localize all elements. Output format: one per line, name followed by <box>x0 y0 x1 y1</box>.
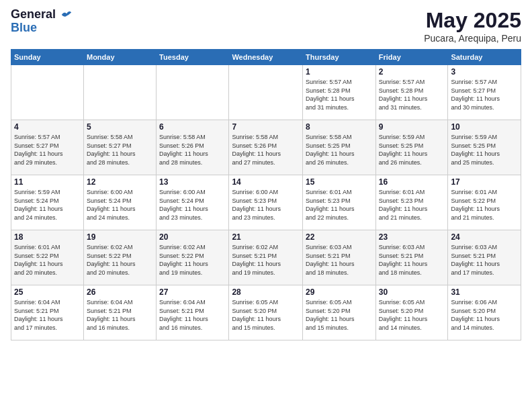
day-cell-2: 2Sunrise: 5:57 AM Sunset: 5:28 PM Daylig… <box>375 65 448 120</box>
day-cell-13: 13Sunrise: 6:00 AM Sunset: 5:24 PM Dayli… <box>157 175 229 230</box>
logo-line2: Blue <box>11 21 73 35</box>
day-info: Sunrise: 6:02 AM Sunset: 5:22 PM Dayligh… <box>87 243 153 277</box>
day-number: 22 <box>306 232 373 242</box>
day-cell-10: 10Sunrise: 5:59 AM Sunset: 5:25 PM Dayli… <box>448 120 521 175</box>
day-info: Sunrise: 5:58 AM Sunset: 5:25 PM Dayligh… <box>306 133 373 167</box>
day-cell-5: 5Sunrise: 5:58 AM Sunset: 5:27 PM Daylig… <box>83 120 156 175</box>
weekday-saturday: Saturday <box>448 50 521 65</box>
day-number: 23 <box>379 232 445 242</box>
day-info: Sunrise: 6:02 AM Sunset: 5:21 PM Dayligh… <box>232 243 300 277</box>
day-number: 3 <box>451 67 518 77</box>
day-info: Sunrise: 6:05 AM Sunset: 5:20 PM Dayligh… <box>232 298 300 332</box>
day-info: Sunrise: 5:57 AM Sunset: 5:28 PM Dayligh… <box>379 78 445 111</box>
day-number: 28 <box>232 287 300 297</box>
week-row-2: 4Sunrise: 5:57 AM Sunset: 5:27 PM Daylig… <box>11 120 521 175</box>
day-cell-19: 19Sunrise: 6:02 AM Sunset: 5:22 PM Dayli… <box>83 230 156 285</box>
title-block: May 2025 Pucara, Arequipa, Peru <box>424 8 521 44</box>
day-info: Sunrise: 6:03 AM Sunset: 5:21 PM Dayligh… <box>306 243 373 277</box>
day-cell-14: 14Sunrise: 6:00 AM Sunset: 5:23 PM Dayli… <box>229 175 303 230</box>
day-info: Sunrise: 6:01 AM Sunset: 5:23 PM Dayligh… <box>379 188 445 222</box>
day-number: 5 <box>87 122 153 132</box>
day-number: 17 <box>451 177 518 187</box>
weekday-wednesday: Wednesday <box>229 50 303 65</box>
day-number: 18 <box>14 232 81 242</box>
day-cell-11: 11Sunrise: 5:59 AM Sunset: 5:24 PM Dayli… <box>11 175 84 230</box>
day-info: Sunrise: 5:57 AM Sunset: 5:27 PM Dayligh… <box>451 78 518 111</box>
day-info: Sunrise: 6:03 AM Sunset: 5:21 PM Dayligh… <box>451 243 518 277</box>
weekday-thursday: Thursday <box>303 50 376 65</box>
weekday-header-row: SundayMondayTuesdayWednesdayThursdayFrid… <box>11 50 521 65</box>
day-number: 24 <box>451 232 518 242</box>
day-cell-7: 7Sunrise: 5:58 AM Sunset: 5:26 PM Daylig… <box>229 120 303 175</box>
day-info: Sunrise: 6:01 AM Sunset: 5:22 PM Dayligh… <box>451 188 518 222</box>
day-number: 31 <box>451 287 518 297</box>
day-info: Sunrise: 5:58 AM Sunset: 5:26 PM Dayligh… <box>232 133 300 167</box>
weekday-monday: Monday <box>83 50 156 65</box>
day-cell-17: 17Sunrise: 6:01 AM Sunset: 5:22 PM Dayli… <box>448 175 521 230</box>
day-info: Sunrise: 5:59 AM Sunset: 5:25 PM Dayligh… <box>379 133 445 167</box>
day-number: 25 <box>14 287 81 297</box>
day-cell-31: 31Sunrise: 6:06 AM Sunset: 5:20 PM Dayli… <box>448 285 521 340</box>
day-cell-4: 4Sunrise: 5:57 AM Sunset: 5:27 PM Daylig… <box>11 120 84 175</box>
day-cell-15: 15Sunrise: 6:01 AM Sunset: 5:23 PM Dayli… <box>303 175 376 230</box>
day-info: Sunrise: 6:01 AM Sunset: 5:22 PM Dayligh… <box>14 243 81 277</box>
day-cell-9: 9Sunrise: 5:59 AM Sunset: 5:25 PM Daylig… <box>375 120 448 175</box>
day-info: Sunrise: 6:00 AM Sunset: 5:23 PM Dayligh… <box>232 188 300 222</box>
logo: General Blue <box>11 8 73 35</box>
day-number: 1 <box>306 67 373 77</box>
weekday-friday: Friday <box>375 50 448 65</box>
calendar-header: SundayMondayTuesdayWednesdayThursdayFrid… <box>11 50 521 65</box>
day-number: 2 <box>379 67 445 77</box>
day-number: 16 <box>379 177 445 187</box>
day-number: 10 <box>451 122 518 132</box>
day-number: 4 <box>14 122 81 132</box>
day-info: Sunrise: 6:01 AM Sunset: 5:23 PM Dayligh… <box>306 188 373 222</box>
day-number: 20 <box>159 232 226 242</box>
day-info: Sunrise: 6:00 AM Sunset: 5:24 PM Dayligh… <box>87 188 153 222</box>
day-cell-26: 26Sunrise: 6:04 AM Sunset: 5:21 PM Dayli… <box>83 285 156 340</box>
day-number: 14 <box>232 177 300 187</box>
day-cell-25: 25Sunrise: 6:04 AM Sunset: 5:21 PM Dayli… <box>11 285 84 340</box>
week-row-4: 18Sunrise: 6:01 AM Sunset: 5:22 PM Dayli… <box>11 230 521 285</box>
day-info: Sunrise: 5:58 AM Sunset: 5:27 PM Dayligh… <box>87 133 153 167</box>
day-info: Sunrise: 6:04 AM Sunset: 5:21 PM Dayligh… <box>159 298 226 332</box>
day-number: 6 <box>159 122 226 132</box>
logo-bird-icon <box>60 9 73 21</box>
day-info: Sunrise: 6:05 AM Sunset: 5:20 PM Dayligh… <box>306 298 373 332</box>
day-info: Sunrise: 5:57 AM Sunset: 5:27 PM Dayligh… <box>14 133 81 167</box>
day-number: 29 <box>306 287 373 297</box>
day-info: Sunrise: 5:59 AM Sunset: 5:25 PM Dayligh… <box>451 133 518 167</box>
day-info: Sunrise: 6:04 AM Sunset: 5:21 PM Dayligh… <box>14 298 81 332</box>
empty-cell <box>229 65 303 120</box>
day-cell-16: 16Sunrise: 6:01 AM Sunset: 5:23 PM Dayli… <box>375 175 448 230</box>
day-info: Sunrise: 6:05 AM Sunset: 5:20 PM Dayligh… <box>379 298 445 332</box>
day-number: 30 <box>379 287 445 297</box>
day-number: 26 <box>87 287 153 297</box>
day-number: 9 <box>379 122 445 132</box>
day-number: 15 <box>306 177 373 187</box>
empty-cell <box>11 65 84 120</box>
day-number: 8 <box>306 122 373 132</box>
day-cell-1: 1Sunrise: 5:57 AM Sunset: 5:28 PM Daylig… <box>303 65 376 120</box>
day-info: Sunrise: 5:58 AM Sunset: 5:26 PM Dayligh… <box>159 133 226 167</box>
week-row-5: 25Sunrise: 6:04 AM Sunset: 5:21 PM Dayli… <box>11 285 521 340</box>
calendar-title: May 2025 <box>424 8 521 33</box>
day-cell-8: 8Sunrise: 5:58 AM Sunset: 5:25 PM Daylig… <box>303 120 376 175</box>
weekday-tuesday: Tuesday <box>157 50 229 65</box>
calendar-table: SundayMondayTuesdayWednesdayThursdayFrid… <box>11 49 521 340</box>
day-number: 11 <box>14 177 81 187</box>
day-number: 7 <box>232 122 300 132</box>
day-cell-27: 27Sunrise: 6:04 AM Sunset: 5:21 PM Dayli… <box>157 285 229 340</box>
header: General Blue May 2025 Pucara, Arequipa, … <box>11 8 521 44</box>
day-cell-29: 29Sunrise: 6:05 AM Sunset: 5:20 PM Dayli… <box>303 285 376 340</box>
week-row-3: 11Sunrise: 5:59 AM Sunset: 5:24 PM Dayli… <box>11 175 521 230</box>
day-info: Sunrise: 6:06 AM Sunset: 5:20 PM Dayligh… <box>451 298 518 332</box>
empty-cell <box>83 65 156 120</box>
day-number: 21 <box>232 232 300 242</box>
day-info: Sunrise: 6:00 AM Sunset: 5:24 PM Dayligh… <box>159 188 226 222</box>
calendar-page: General Blue May 2025 Pucara, Arequipa, … <box>0 0 532 411</box>
day-info: Sunrise: 6:03 AM Sunset: 5:21 PM Dayligh… <box>379 243 445 277</box>
day-cell-24: 24Sunrise: 6:03 AM Sunset: 5:21 PM Dayli… <box>448 230 521 285</box>
day-info: Sunrise: 6:04 AM Sunset: 5:21 PM Dayligh… <box>87 298 153 332</box>
day-cell-21: 21Sunrise: 6:02 AM Sunset: 5:21 PM Dayli… <box>229 230 303 285</box>
